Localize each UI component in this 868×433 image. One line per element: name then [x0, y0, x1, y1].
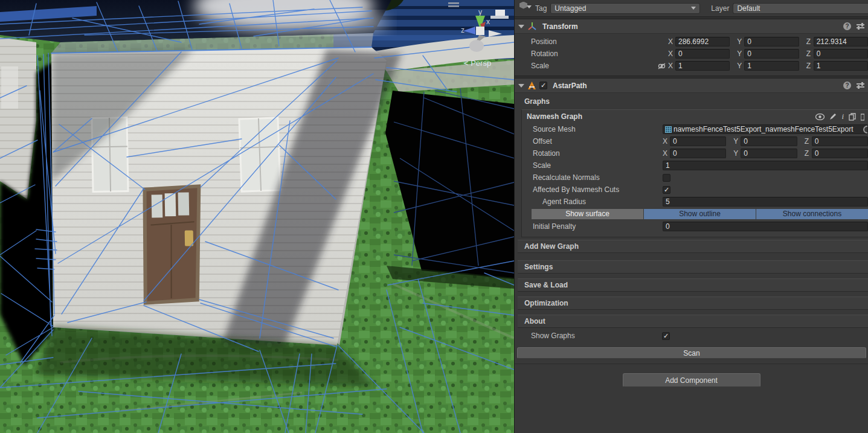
gizmo-y-label[interactable]: y — [478, 8, 482, 16]
scale-y-field[interactable]: 1 — [744, 61, 799, 71]
source-mesh-label: Source Mesh — [533, 125, 663, 133]
scale-row: Scale X1 Y1 Z1 — [515, 60, 868, 72]
initial-penalty-row: Initial Penalty 0 — [522, 220, 868, 233]
gizmo-z-label[interactable]: z — [461, 26, 465, 34]
object-picker-icon[interactable] — [863, 126, 868, 133]
transform-header[interactable]: Transform ? — [515, 19, 868, 34]
axis-y-label: Y — [737, 37, 742, 46]
source-mesh-row: Source Mesh navmeshFenceTest5Export_navm… — [522, 123, 868, 135]
rotation-z-field[interactable]: 0 — [814, 49, 868, 59]
add-component-button[interactable]: Add Component — [623, 373, 760, 387]
axis-x-label: X — [663, 149, 667, 158]
tag-dropdown[interactable]: Untagged — [550, 3, 700, 14]
astarpath-title: AstarPath — [553, 82, 587, 90]
recalculate-normals-label: Recalculate Normals — [533, 173, 663, 182]
scene-view[interactable]: y x z < Persp — [0, 0, 514, 433]
roof — [0, 0, 391, 53]
source-mesh-value: navmeshFenceTest5Export_navmeshFenceTest… — [674, 125, 854, 133]
link-broken-icon[interactable] — [658, 62, 666, 70]
component-enabled-checkbox[interactable] — [539, 82, 547, 89]
astarpath-header[interactable]: AstarPath ? — [515, 79, 868, 93]
position-x-field[interactable]: 286.6992 — [675, 37, 730, 47]
unity-editor: y x z < Persp Tag Untagged — [0, 0, 868, 433]
info-icon[interactable]: i — [841, 112, 844, 121]
rotation-y-field[interactable]: 0 — [744, 49, 799, 59]
help-icon[interactable]: ? — [843, 82, 851, 89]
scale-x-field[interactable]: 1 — [675, 61, 730, 71]
axis-x-label: X — [668, 62, 673, 70]
source-mesh-field[interactable]: navmeshFenceTest5Export_navmeshFenceTest… — [663, 124, 868, 134]
layer-value: Default — [737, 4, 760, 13]
scan-button[interactable]: Scan — [517, 347, 866, 359]
graph-scale-label: Scale — [533, 161, 663, 170]
eye-icon[interactable] — [815, 114, 825, 120]
position-y-field[interactable]: 0 — [744, 37, 799, 47]
pencil-icon[interactable] — [829, 113, 837, 120]
offset-x-field[interactable]: 0 — [670, 136, 726, 146]
chevron-down-icon — [691, 7, 696, 10]
graphs-label: Graphs — [515, 95, 868, 108]
graph-scale-row: Scale 1 — [522, 159, 868, 172]
rotation-x-field[interactable]: 0 — [675, 49, 730, 59]
section-add-new-graph[interactable]: Add New Graph — [518, 240, 868, 253]
initial-penalty-field[interactable]: 0 — [663, 222, 868, 231]
foldout-icon[interactable] — [518, 25, 524, 28]
position-z-field[interactable]: 212.9314 — [814, 37, 868, 47]
persp-label[interactable]: < Persp — [464, 59, 491, 68]
axis-z-label: Z — [806, 62, 811, 70]
axis-x-label: X — [668, 50, 673, 58]
axis-y-label: Y — [733, 149, 738, 158]
foldout-icon[interactable] — [518, 84, 524, 88]
axis-y-label: Y — [737, 50, 742, 58]
tag-layer-row: Tag Untagged Layer Default — [515, 0, 868, 16]
section-settings[interactable]: Settings — [518, 260, 868, 274]
show-graphs-checkbox[interactable] — [662, 332, 670, 340]
navmesh-graph-title[interactable]: Navmesh Graph — [527, 112, 582, 121]
recalculate-normals-checkbox[interactable] — [663, 174, 670, 182]
agent-radius-field[interactable]: 5 — [663, 197, 868, 207]
graph-rotation-x-field[interactable]: 0 — [670, 149, 726, 158]
help-icon[interactable]: ? — [843, 22, 851, 30]
layer-dropdown[interactable]: Default — [733, 3, 868, 14]
offset-row: Offset X0 Y0 Z0 — [522, 135, 868, 147]
initial-penalty-label: Initial Penalty — [533, 222, 663, 231]
presets-icon[interactable] — [857, 82, 864, 89]
mesh-icon — [665, 126, 672, 133]
show-connections-button[interactable]: Show connections — [756, 209, 868, 219]
section-save-load[interactable]: Save & Load — [518, 278, 868, 292]
house-window-right — [239, 118, 280, 191]
graph-rotation-z-field[interactable]: 0 — [812, 149, 868, 158]
layer-label: Layer — [711, 4, 729, 13]
astarpath-icon — [527, 81, 536, 90]
transform-title: Transform — [542, 22, 578, 31]
offset-z-field[interactable]: 0 — [812, 136, 868, 146]
section-optimization[interactable]: Optimization — [518, 297, 868, 310]
axis-x-label: X — [668, 37, 673, 46]
graph-rotation-y-field[interactable]: 0 — [741, 149, 797, 158]
navmesh-graph-box: Navmesh Graph i — [521, 109, 868, 237]
show-graphs-label: Show Graphs — [531, 332, 658, 340]
gizmo-sphere — [469, 40, 484, 52]
delete-icon-partial[interactable] — [861, 113, 864, 121]
graph-rotation-row: Rotation X0 Y0 Z0 — [522, 147, 868, 159]
show-surface-button[interactable]: Show surface — [532, 209, 643, 219]
gameobject-icon — [518, 4, 532, 13]
scale-z-field[interactable]: 1 — [814, 61, 868, 71]
section-about[interactable]: About — [518, 315, 868, 328]
affected-by-navmesh-cuts-row: Affected By Navmesh Cuts — [522, 184, 868, 196]
affected-by-navmesh-cuts-label: Affected By Navmesh Cuts — [533, 185, 663, 194]
scale-label: Scale — [531, 62, 658, 70]
gizmo-x-label[interactable]: x — [486, 18, 490, 26]
axis-z-label: Z — [806, 50, 811, 58]
gizmo-cube[interactable] — [476, 27, 484, 35]
duplicate-icon[interactable] — [849, 113, 856, 121]
affected-by-navmesh-cuts-checkbox[interactable] — [663, 186, 670, 194]
graph-scale-field[interactable]: 1 — [663, 161, 868, 170]
axis-y-label: Y — [737, 62, 742, 70]
show-outline-button[interactable]: Show outline — [644, 209, 756, 219]
presets-icon[interactable] — [857, 23, 864, 30]
offset-y-field[interactable]: 0 — [741, 136, 797, 146]
door-handle — [185, 230, 193, 246]
position-label: Position — [531, 37, 658, 46]
offset-label: Offset — [533, 137, 663, 146]
